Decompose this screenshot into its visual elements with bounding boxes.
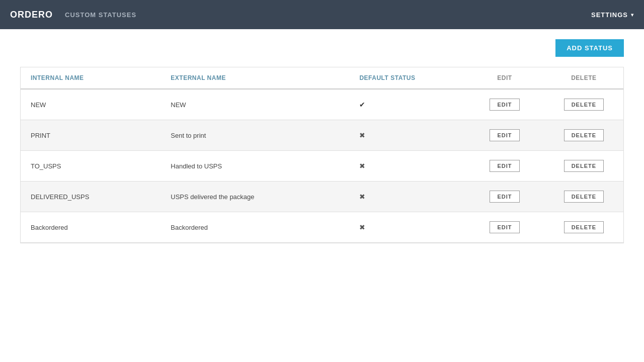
cell-edit: EDIT: [465, 89, 544, 120]
toolbar: ADD STATUS: [20, 39, 624, 57]
cell-default-status: ✖: [349, 182, 465, 212]
col-header-external-name[interactable]: EXTERNAL NAME: [160, 67, 349, 89]
col-header-edit: EDIT: [465, 67, 544, 89]
cell-delete: DELETE: [544, 89, 623, 120]
delete-button[interactable]: DELETE: [564, 129, 604, 141]
col-header-default-status[interactable]: DEFAULT STATUS: [349, 67, 465, 89]
delete-button[interactable]: DELETE: [564, 99, 604, 111]
cell-internal-name: TO_USPS: [21, 151, 160, 182]
cell-internal-name: Backordered: [21, 212, 160, 243]
add-status-button[interactable]: ADD STATUS: [555, 39, 624, 57]
check-icon: ✔: [359, 101, 365, 109]
cell-edit: EDIT: [465, 120, 544, 151]
cell-delete: DELETE: [544, 151, 623, 182]
cell-default-status: ✖: [349, 151, 465, 182]
header: ORDERO CUSTOM STATUSES SETTINGS ▾: [0, 0, 644, 29]
cell-edit: EDIT: [465, 151, 544, 182]
delete-button[interactable]: DELETE: [564, 221, 604, 233]
header-left: ORDERO CUSTOM STATUSES: [10, 10, 136, 20]
col-header-delete: DELETE: [544, 67, 623, 89]
edit-button[interactable]: EDIT: [490, 221, 519, 233]
cell-edit: EDIT: [465, 212, 544, 243]
edit-button[interactable]: EDIT: [490, 99, 519, 111]
cell-external-name: USPS delivered the package: [160, 182, 349, 212]
cell-delete: DELETE: [544, 212, 623, 243]
cell-external-name: Backordered: [160, 212, 349, 243]
cell-internal-name: PRINT: [21, 120, 160, 151]
x-icon: ✖: [359, 162, 365, 170]
table-row: NEWNEW✔EDITDELETE: [21, 89, 623, 120]
edit-button[interactable]: EDIT: [490, 191, 519, 203]
table-header-row: INTERNAL NAME EXTERNAL NAME DEFAULT STAT…: [21, 67, 623, 89]
table-row: DELIVERED_USPSUSPS delivered the package…: [21, 182, 623, 212]
cell-delete: DELETE: [544, 182, 623, 212]
cell-delete: DELETE: [544, 120, 623, 151]
settings-label: SETTINGS: [591, 11, 628, 19]
cell-internal-name: DELIVERED_USPS: [21, 182, 160, 212]
cell-external-name: NEW: [160, 89, 349, 120]
cell-external-name: Sent to print: [160, 120, 349, 151]
edit-button[interactable]: EDIT: [490, 129, 519, 141]
delete-button[interactable]: DELETE: [564, 191, 604, 203]
chevron-down-icon: ▾: [631, 12, 634, 18]
page-title: CUSTOM STATUSES: [65, 11, 136, 19]
x-icon: ✖: [359, 131, 365, 139]
table-row: PRINTSent to print✖EDITDELETE: [21, 120, 623, 151]
cell-internal-name: NEW: [21, 89, 160, 120]
delete-button[interactable]: DELETE: [564, 160, 604, 172]
x-icon: ✖: [359, 193, 365, 201]
cell-external-name: Handled to USPS: [160, 151, 349, 182]
x-icon: ✖: [359, 223, 365, 231]
statuses-table: INTERNAL NAME EXTERNAL NAME DEFAULT STAT…: [21, 67, 623, 243]
cell-edit: EDIT: [465, 182, 544, 212]
table-row: TO_USPSHandled to USPS✖EDITDELETE: [21, 151, 623, 182]
brand-logo: ORDERO: [10, 10, 53, 20]
cell-default-status: ✖: [349, 212, 465, 243]
table-body: NEWNEW✔EDITDELETEPRINTSent to print✖EDIT…: [21, 89, 623, 243]
table-row: BackorderedBackordered✖EDITDELETE: [21, 212, 623, 243]
cell-default-status: ✔: [349, 89, 465, 120]
col-header-internal-name[interactable]: INTERNAL NAME: [21, 67, 160, 89]
cell-default-status: ✖: [349, 120, 465, 151]
main-content: ADD STATUS INTERNAL NAME EXTERNAL NAME D…: [0, 29, 644, 253]
statuses-table-container: INTERNAL NAME EXTERNAL NAME DEFAULT STAT…: [20, 67, 624, 243]
settings-menu[interactable]: SETTINGS ▾: [591, 11, 634, 19]
edit-button[interactable]: EDIT: [490, 160, 519, 172]
